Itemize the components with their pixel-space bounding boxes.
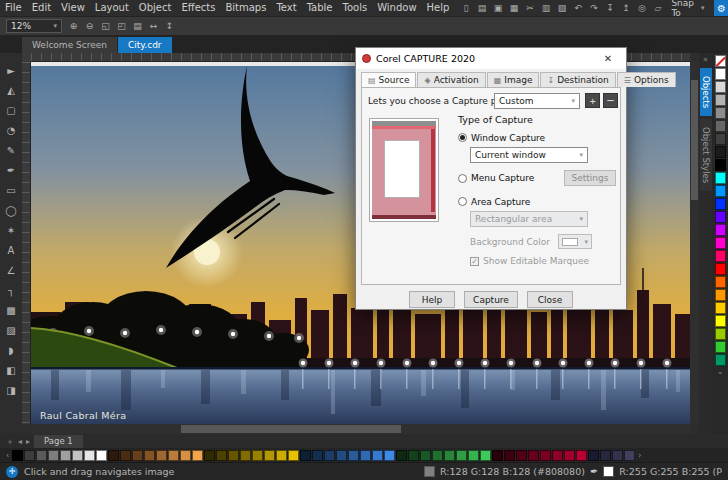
- zoom-page-width-icon[interactable]: ↔: [146, 19, 161, 33]
- settings-button[interactable]: Settings: [564, 170, 616, 186]
- palette-swatch[interactable]: [372, 450, 383, 461]
- palette-swatch[interactable]: [300, 450, 311, 461]
- capture-settings-button[interactable]: ⚙: [714, 0, 728, 16]
- save-icon[interactable]: ▣: [490, 1, 505, 15]
- palette-swatch[interactable]: [715, 120, 726, 132]
- palette-swatch[interactable]: [552, 450, 563, 461]
- capture-button[interactable]: Capture: [464, 291, 518, 308]
- vertical-scrollbar[interactable]: [690, 62, 699, 424]
- vertical-scrollbar-thumb[interactable]: [691, 80, 698, 200]
- freehand-tool-icon[interactable]: ✎: [2, 141, 21, 160]
- palette-swatch[interactable]: [336, 450, 347, 461]
- palette-swatch[interactable]: [408, 450, 419, 461]
- menu-capture-radio[interactable]: Menu Capture: [458, 172, 534, 185]
- import-icon[interactable]: ↧: [602, 1, 617, 15]
- palette-swatch[interactable]: [84, 450, 95, 461]
- palette-swatch[interactable]: [715, 263, 726, 275]
- palette-swatch[interactable]: [156, 450, 167, 461]
- zoom-selected-icon[interactable]: ◱: [98, 19, 113, 33]
- palette-swatch[interactable]: [444, 450, 455, 461]
- menu-layout[interactable]: Layout: [90, 0, 134, 16]
- palette-swatch[interactable]: [715, 341, 726, 353]
- collapse-dockers-icon[interactable]: «: [703, 55, 708, 64]
- zoom-level-combo[interactable]: 12% ▾: [6, 19, 62, 33]
- dialog-tab-options[interactable]: ☰Options: [617, 72, 676, 87]
- palette-swatch[interactable]: [180, 450, 191, 461]
- horizontal-scrollbar[interactable]: [31, 424, 690, 434]
- connector-tool-icon[interactable]: ┐: [2, 281, 21, 300]
- palette-swatch[interactable]: [264, 450, 275, 461]
- palette-swatch[interactable]: [192, 450, 203, 461]
- zoom-page-height-icon[interactable]: ↕: [162, 19, 177, 33]
- palette-swatch[interactable]: [504, 450, 515, 461]
- palette-swatch[interactable]: [204, 450, 215, 461]
- preset-dropdown[interactable]: Custom ▾: [494, 93, 580, 109]
- add-page-icon[interactable]: ＋: [6, 436, 14, 447]
- palette-swatch[interactable]: [715, 55, 726, 67]
- dimension-tool-icon[interactable]: ∠: [2, 261, 21, 280]
- shape-tool-icon[interactable]: ◭: [2, 81, 21, 100]
- palette-swatch[interactable]: [324, 450, 335, 461]
- palette-swatch[interactable]: [715, 94, 726, 106]
- zoom-tool-icon[interactable]: ◔: [2, 121, 21, 140]
- palette-swatch[interactable]: [480, 450, 491, 461]
- palette-swatch[interactable]: [588, 450, 599, 461]
- copy-icon[interactable]: ▥: [538, 1, 553, 15]
- rectangle-tool-icon[interactable]: ▭: [2, 181, 21, 200]
- palette-swatch[interactable]: [528, 450, 539, 461]
- menu-object[interactable]: Object: [134, 0, 177, 16]
- vertical-ruler[interactable]: [22, 62, 31, 424]
- transparency-tool-icon[interactable]: ▨: [2, 321, 21, 340]
- palette-swatch[interactable]: [36, 450, 47, 461]
- palette-swatch[interactable]: [252, 450, 263, 461]
- palette-swatch[interactable]: [240, 450, 251, 461]
- palette-swatch[interactable]: [432, 450, 443, 461]
- menu-file[interactable]: File: [0, 0, 27, 16]
- palette-swatch[interactable]: [715, 159, 726, 171]
- zoom-all-objects-icon[interactable]: ◰: [114, 19, 129, 33]
- palette-swatch[interactable]: [715, 81, 726, 93]
- menu-edit[interactable]: Edit: [27, 0, 56, 16]
- mesh-fill-tool-icon[interactable]: ◨: [2, 381, 21, 400]
- snap-to-button[interactable]: Snap To ▾: [665, 1, 710, 16]
- menu-help[interactable]: Help: [422, 0, 455, 16]
- palette-swatch[interactable]: [715, 302, 726, 314]
- next-page-icon[interactable]: ▸: [26, 437, 30, 446]
- palette-swatch[interactable]: [715, 172, 726, 184]
- menu-tools[interactable]: Tools: [338, 0, 373, 16]
- polygon-tool-icon[interactable]: ✶: [2, 221, 21, 240]
- area-capture-radio[interactable]: Area Capture: [458, 195, 616, 208]
- background-color-dropdown[interactable]: ▾: [558, 234, 592, 249]
- palette-swatch[interactable]: [396, 450, 407, 461]
- ellipse-tool-icon[interactable]: ◯: [2, 201, 21, 220]
- dialog-tab-source[interactable]: ▤Source: [361, 72, 416, 87]
- menu-effects[interactable]: Effects: [176, 0, 220, 16]
- delete-preset-button[interactable]: −: [603, 93, 618, 108]
- menu-text[interactable]: Text: [271, 0, 301, 16]
- window-capture-radio[interactable]: Window Capture: [458, 131, 616, 144]
- palette-swatch[interactable]: [600, 450, 611, 461]
- shadow-tool-icon[interactable]: ▩: [2, 301, 21, 320]
- palette-swatch[interactable]: [132, 450, 143, 461]
- interactive-fill-tool-icon[interactable]: ◧: [2, 361, 21, 380]
- docker-tab-object-styles[interactable]: Object Styles: [700, 119, 712, 191]
- palette-swatch[interactable]: [420, 450, 431, 461]
- palette-swatch[interactable]: [715, 328, 726, 340]
- dialog-tab-destination[interactable]: ↧Destination: [540, 72, 615, 87]
- fill-color-swatch[interactable]: [424, 466, 435, 477]
- close-button[interactable]: Close: [527, 291, 573, 308]
- docker-tab-objects[interactable]: Objects: [700, 68, 712, 116]
- palette-swatch[interactable]: [715, 289, 726, 301]
- menu-table[interactable]: Table: [302, 0, 338, 16]
- dialog-titlebar[interactable]: Corel CAPTURE 2020 ✕: [356, 48, 626, 69]
- palette-swatch[interactable]: [715, 276, 726, 288]
- palette-swatch[interactable]: [288, 450, 299, 461]
- palette-swatch[interactable]: [715, 185, 726, 197]
- doc-tab-welcome-screen[interactable]: Welcome Screen: [22, 37, 117, 53]
- redo-icon[interactable]: ↷: [586, 1, 601, 15]
- palette-swatch[interactable]: [612, 450, 623, 461]
- open-icon[interactable]: ▤: [474, 1, 489, 15]
- palette-swatch[interactable]: [48, 450, 59, 461]
- palette-swatch[interactable]: [715, 224, 726, 236]
- export-icon[interactable]: ↥: [618, 1, 633, 15]
